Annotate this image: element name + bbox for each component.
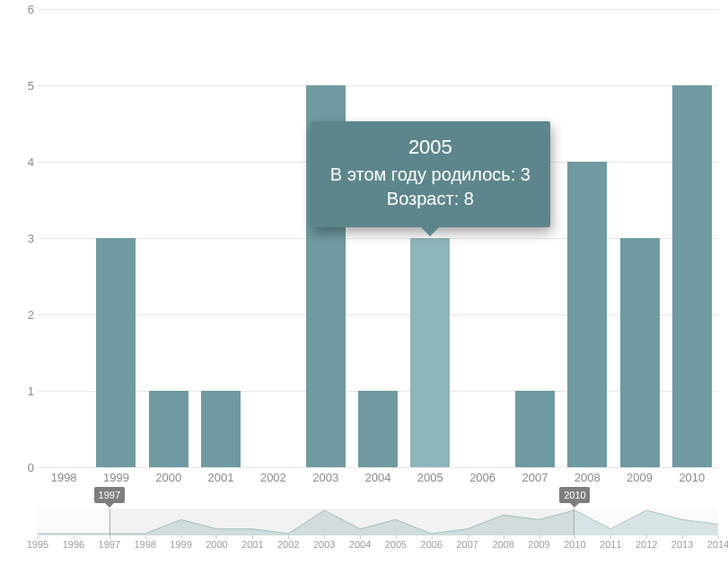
scrubber-tick-label: 1995 xyxy=(24,539,51,550)
tooltip: 2005 В этом году родилось: 3 Возраст: 8 xyxy=(311,121,550,227)
scrubber-tick-label: 2008 xyxy=(490,539,517,550)
bar[interactable] xyxy=(672,85,712,467)
scrubber-tick-label: 2002 xyxy=(275,539,302,550)
y-axis-tick: 1 xyxy=(18,385,34,398)
tooltip-line-1: В этом году родилось: 3 xyxy=(330,163,531,187)
bar[interactable] xyxy=(410,238,450,467)
x-axis-tick: 2010 xyxy=(672,471,712,484)
scrubber-tick-label: 2012 xyxy=(633,539,660,550)
tooltip-title: 2005 xyxy=(330,136,531,159)
tooltip-line-2: Возраст: 8 xyxy=(330,187,531,211)
grid-line xyxy=(38,467,718,468)
bar[interactable] xyxy=(567,162,607,467)
x-axis-tick: 2003 xyxy=(306,471,346,484)
bar[interactable] xyxy=(358,391,398,467)
x-axis-tick: 2007 xyxy=(515,471,555,484)
scrubber-handle-right[interactable]: 2010 xyxy=(559,487,590,503)
scrubber-tick-label: 2013 xyxy=(669,539,696,550)
x-axis-tick: 2002 xyxy=(253,471,293,484)
scrubber-selection[interactable] xyxy=(110,509,575,535)
scrubber-tick-label: 2011 xyxy=(597,539,624,550)
scrubber-tick-label: 2014 xyxy=(705,539,728,550)
scrubber-tick-label: 1997 xyxy=(96,539,123,550)
scrubber-tick-label: 2005 xyxy=(382,539,409,550)
y-axis-tick: 3 xyxy=(18,232,34,245)
scrubber-tick-label: 2003 xyxy=(311,539,338,550)
x-axis-tick: 1998 xyxy=(44,471,83,484)
y-axis-tick: 0 xyxy=(18,461,34,474)
scrubber-tick-label: 2001 xyxy=(239,539,266,550)
x-axis-tick: 1999 xyxy=(96,471,136,484)
x-axis-tick: 2001 xyxy=(201,471,241,484)
x-axis-tick: 2009 xyxy=(620,471,660,484)
x-axis-tick: 2005 xyxy=(410,471,450,484)
bar-group xyxy=(38,9,718,467)
bar[interactable] xyxy=(149,391,189,467)
time-scrubber[interactable]: 1997 2010 199519961997199819992000200120… xyxy=(38,500,718,553)
scrubber-track[interactable] xyxy=(38,509,718,535)
x-axis-tick: 2008 xyxy=(567,471,607,484)
x-axis-tick: 2004 xyxy=(358,471,398,484)
x-axis-tick: 2000 xyxy=(149,471,189,484)
scrubber-tick-label: 1999 xyxy=(168,539,195,550)
scrubber-tick-label: 1998 xyxy=(132,539,159,550)
bar[interactable] xyxy=(515,391,555,467)
x-axis-tick: 2006 xyxy=(463,471,503,484)
tooltip-arrow-icon xyxy=(421,227,439,236)
y-axis-tick: 2 xyxy=(18,308,34,322)
scrubber-tick-label: 2010 xyxy=(561,539,588,550)
y-axis-tick: 6 xyxy=(18,3,34,16)
scrubber-tick-label: 2004 xyxy=(346,539,373,550)
bar[interactable] xyxy=(96,238,136,467)
scrubber-handle-right-label: 2010 xyxy=(564,490,585,500)
scrubber-tick-label: 2000 xyxy=(203,539,230,550)
y-axis-tick: 5 xyxy=(18,79,34,93)
bar[interactable] xyxy=(620,238,660,467)
main-chart xyxy=(38,9,718,467)
scrubber-tick-label: 2007 xyxy=(454,539,481,550)
scrubber-handle-left-label: 1997 xyxy=(99,490,120,500)
y-axis-tick: 4 xyxy=(18,155,34,169)
scrubber-handle-left[interactable]: 1997 xyxy=(94,487,125,503)
bar[interactable] xyxy=(201,391,241,467)
scrubber-tick-label: 1996 xyxy=(60,539,87,550)
scrubber-tick-label: 2009 xyxy=(526,539,553,550)
scrubber-tick-label: 2006 xyxy=(418,539,445,550)
